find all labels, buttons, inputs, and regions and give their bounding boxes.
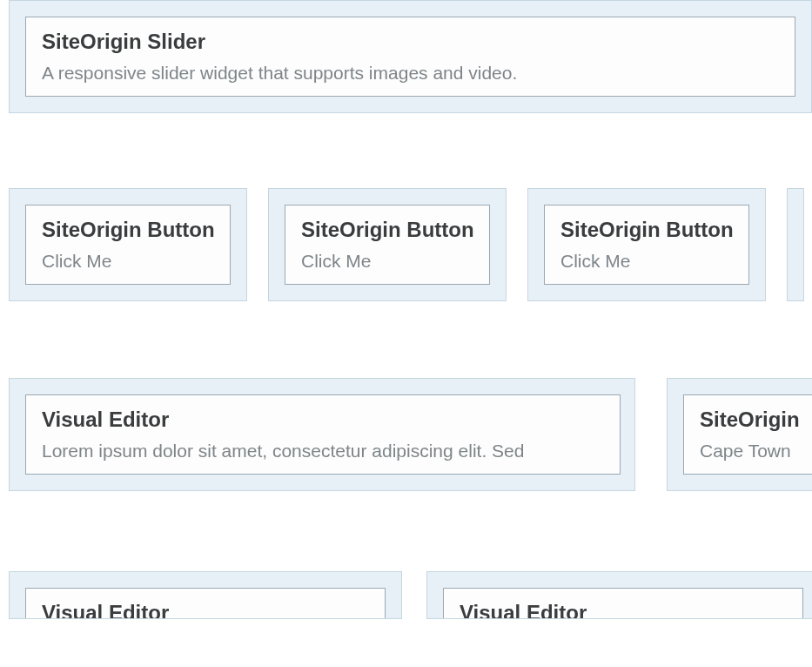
widget-title: SiteOrigin Button xyxy=(560,218,733,242)
widget-siteorigin-button[interactable]: SiteOrigin Button Click Me xyxy=(285,205,490,285)
widget-visual-editor[interactable]: Visual Editor xyxy=(25,588,386,618)
widget-title: SiteOrigin Slider xyxy=(42,30,779,54)
widget-description: Lorem ipsum dolor sit amet, consectetur … xyxy=(42,441,604,462)
builder-row-slider: SiteOrigin Slider A responsive slider wi… xyxy=(0,0,812,113)
widget-title: SiteOrigin Button xyxy=(42,218,214,242)
panel-siteorigin-partial[interactable]: SiteOrigin Cape Town xyxy=(667,378,812,491)
builder-row-editor: Visual Editor Lorem ipsum dolor sit amet… xyxy=(0,378,812,491)
widget-title: SiteOrigin Button xyxy=(301,218,473,242)
widget-title: Visual Editor xyxy=(42,408,604,432)
widget-siteorigin-partial[interactable]: SiteOrigin Cape Town xyxy=(683,394,812,475)
panel-visual-editor[interactable]: Visual Editor Lorem ipsum dolor sit amet… xyxy=(9,378,635,491)
widget-description: Click Me xyxy=(42,251,214,272)
widget-siteorigin-slider[interactable]: SiteOrigin Slider A responsive slider wi… xyxy=(25,17,795,97)
panel-button-3[interactable]: SiteOrigin Button Click Me xyxy=(527,188,766,301)
widget-description: Cape Town xyxy=(700,441,799,462)
widget-title: SiteOrigin xyxy=(700,408,799,432)
widget-visual-editor[interactable]: Visual Editor Lorem ipsum dolor sit amet… xyxy=(25,394,621,475)
widget-visual-editor[interactable]: Visual Editor xyxy=(443,588,803,618)
panel-visual-editor-bottom-1[interactable]: Visual Editor xyxy=(9,571,402,619)
panel-slider[interactable]: SiteOrigin Slider A responsive slider wi… xyxy=(9,0,812,113)
widget-siteorigin-button[interactable]: SiteOrigin Button Click Me xyxy=(25,205,231,285)
builder-row-buttons: SiteOrigin Button Click Me SiteOrigin Bu… xyxy=(0,188,812,301)
widget-description: A responsive slider widget that supports… xyxy=(42,63,779,84)
widget-title: Visual Editor xyxy=(460,601,787,618)
panel-button-partial[interactable] xyxy=(787,188,804,301)
panel-button-2[interactable]: SiteOrigin Button Click Me xyxy=(268,188,507,301)
widget-description: Click Me xyxy=(301,251,473,272)
widget-title: Visual Editor xyxy=(42,601,369,618)
builder-row-bottom: Visual Editor Visual Editor xyxy=(0,571,812,619)
panel-visual-editor-bottom-2[interactable]: Visual Editor xyxy=(426,571,812,619)
widget-siteorigin-button[interactable]: SiteOrigin Button Click Me xyxy=(544,205,749,285)
panel-button-1[interactable]: SiteOrigin Button Click Me xyxy=(9,188,247,301)
widget-description: Click Me xyxy=(560,251,733,272)
